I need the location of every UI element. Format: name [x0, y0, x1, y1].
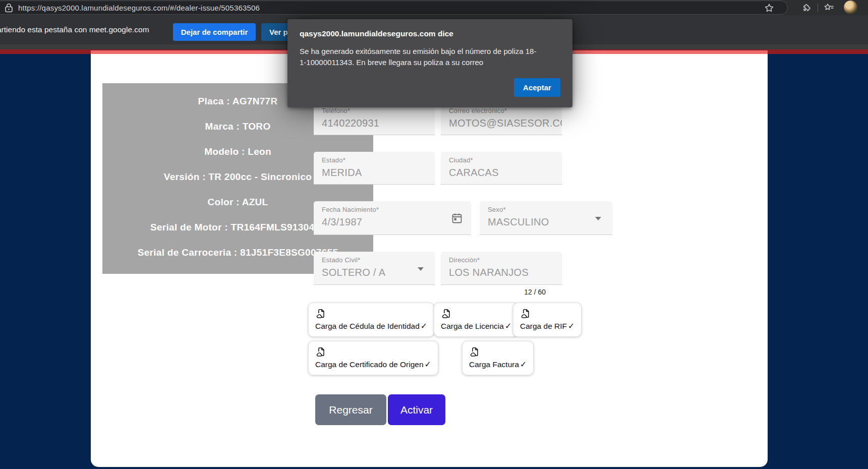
check-icon: ✓	[425, 360, 431, 369]
direccion-char-counter: 12 / 60	[441, 288, 546, 296]
field-value: MOTOS@SIASESOR.COI	[449, 118, 554, 129]
lock-icon[interactable]	[5, 3, 13, 13]
aceptar-button[interactable]: Aceptar	[514, 78, 560, 97]
check-icon: ✓	[568, 322, 574, 330]
file-upload-icon	[315, 346, 326, 358]
regresar-button[interactable]: Regresar	[315, 394, 386, 425]
field-label: Fecha Nacimiento*	[322, 206, 463, 213]
field-value: LOS NARANJOS	[449, 267, 554, 278]
alert-dialog: qasys2000.lamundialdeseguros.com dice Se…	[287, 19, 572, 107]
field-label: Estado Civil*	[322, 256, 427, 264]
address-bar[interactable]: https://qasys2000.lamundialdeseguros.com…	[0, 1, 788, 15]
file-upload-icon	[469, 346, 480, 358]
profile-avatar[interactable]	[844, 1, 857, 14]
field-label: Estado*	[322, 156, 427, 164]
browser-window: https://qasys2000.lamundialdeseguros.com…	[0, 0, 868, 469]
upload-label: Carga de Cédula de Identidad	[315, 322, 420, 330]
field-label: Teléfono*	[322, 107, 427, 114]
file-upload-icon	[315, 308, 326, 319]
check-icon: ✓	[421, 322, 427, 330]
field-value: MERIDA	[322, 167, 427, 179]
field-value: MASCULINO	[488, 216, 604, 228]
favorites-list-icon[interactable]	[824, 3, 835, 13]
upload-label: Carga Factura	[469, 360, 519, 369]
check-icon: ✓	[505, 322, 511, 330]
upload-label: Carga de Certificado de Origen	[315, 360, 424, 369]
field-value: CARACAS	[449, 167, 554, 179]
field-value: 4/3/1987	[322, 216, 463, 228]
upload-factura-card[interactable]: Carga Factura✓	[462, 341, 534, 375]
upload-licencia-card[interactable]: Carga de Licencia✓	[434, 303, 518, 337]
file-upload-icon	[520, 308, 531, 319]
browser-toolbar: https://qasys2000.lamundialdeseguros.com…	[0, 0, 868, 15]
activar-button[interactable]: Activar	[388, 394, 445, 425]
field-label: Ciudad*	[449, 156, 554, 164]
chevron-down-icon	[595, 217, 601, 220]
toolbar-separator	[818, 4, 818, 12]
upload-rif-card[interactable]: Carga de RIF✓	[513, 303, 582, 337]
chevron-down-icon	[418, 267, 424, 271]
upload-certificado-origen-card[interactable]: Carga de Certificado de Origen✓	[308, 341, 438, 375]
fecha-nacimiento-field[interactable]: Fecha Nacimiento* 4/3/1987	[314, 201, 471, 235]
direccion-field[interactable]: Dirección* LOS NARANJOS	[441, 252, 562, 285]
ciudad-field[interactable]: Ciudad* CARACAS	[441, 152, 562, 185]
sharing-message: artiendo esta pestaña con meet.google.co…	[0, 15, 149, 44]
sexo-dropdown[interactable]: Sexo* MASCULINO	[480, 201, 612, 235]
field-label: Correo electrónico*	[449, 107, 554, 114]
calendar-icon[interactable]	[451, 212, 463, 224]
field-label: Dirección*	[449, 256, 554, 264]
dialog-title: qasys2000.lamundialdeseguros.com dice	[300, 29, 453, 38]
page-background: Placa : AG7N77R Marca : TORO Modelo : Le…	[0, 49, 868, 469]
upload-label: Carga de RIF	[520, 322, 567, 330]
field-value: 4140220931	[322, 118, 427, 129]
estado-civil-dropdown[interactable]: Estado Civil* SOLTERO / A	[314, 252, 435, 285]
upload-label: Carga de Licencia	[441, 322, 504, 330]
check-icon: ✓	[520, 360, 527, 369]
bookmark-star-icon[interactable]	[764, 3, 774, 13]
stop-sharing-button[interactable]: Dejar de compartir	[173, 23, 256, 41]
upload-cedula-card[interactable]: Carga de Cédula de Identidad✓	[308, 303, 434, 337]
dialog-message: Se ha generado exitósamente su emisión b…	[300, 46, 542, 68]
extensions-icon[interactable]	[801, 3, 812, 13]
field-label: Sexo*	[488, 206, 604, 213]
url-text[interactable]: https://qasys2000.lamundialdeseguros.com…	[18, 4, 260, 12]
estado-field[interactable]: Estado* MERIDA	[314, 152, 435, 185]
file-upload-icon	[441, 308, 452, 319]
field-value: SOLTERO / A	[322, 267, 427, 278]
